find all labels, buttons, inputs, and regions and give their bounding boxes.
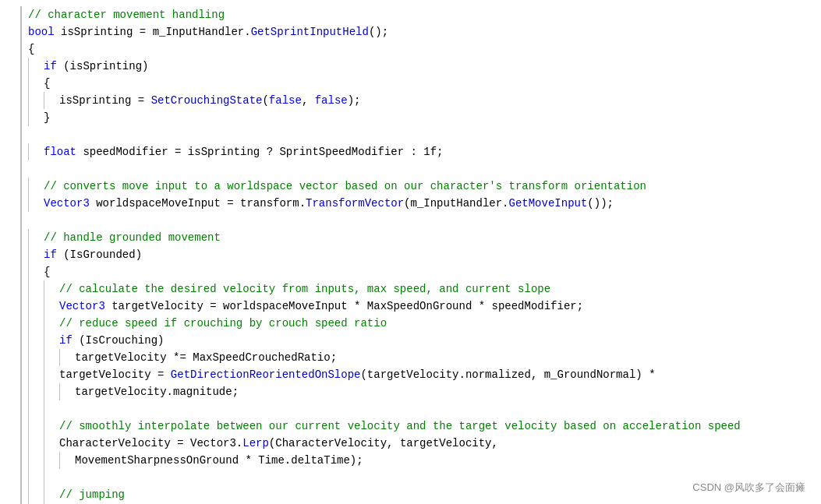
gutter <box>0 212 22 229</box>
code-body <box>22 212 821 229</box>
code-segment: targetVelocity = worldspaceMoveInput * M… <box>105 300 583 312</box>
indent-guide <box>28 418 29 435</box>
code-body: } <box>22 109 821 126</box>
gutter <box>0 349 22 366</box>
indent-guide <box>59 452 60 469</box>
code-text: // character movement handling <box>28 6 225 23</box>
code-segment: (m_InputHandler. <box>404 197 508 210</box>
indent-guide <box>28 452 29 469</box>
gutter <box>0 160 22 178</box>
code-segment: MovementSharpnessOnGround * Time.deltaTi… <box>75 454 363 467</box>
code-segment: ()); <box>587 197 614 210</box>
code-text: CharacterVelocity = Vector3.Lerp(Charact… <box>59 435 498 452</box>
code-text: // reduce speed if crouching by crouch s… <box>59 315 387 332</box>
code-text: targetVelocity.magnitude; <box>75 383 239 400</box>
gutter <box>0 178 22 195</box>
indent-guide <box>28 109 29 126</box>
code-body: float speedModifier = isSprinting ? Spri… <box>22 143 821 160</box>
code-body: // handle grounded movement <box>22 229 821 246</box>
gutter <box>0 126 22 143</box>
indent-guide <box>59 383 60 400</box>
gutter <box>0 383 22 400</box>
gutter <box>0 143 22 160</box>
code-text: targetVelocity *= MaxSpeedCrouchedRatio; <box>75 349 337 366</box>
indent-guide <box>28 400 29 418</box>
indent-guide <box>44 349 44 366</box>
code-line <box>0 400 821 418</box>
indent-guide <box>44 486 44 503</box>
indent-guide <box>44 418 44 435</box>
code-segment: targetVelocity *= MaxSpeedCrouchedRatio; <box>75 351 337 364</box>
code-body: bool isSprinting = m_InputHandler.GetSpr… <box>22 23 821 41</box>
code-segment: { <box>28 43 34 55</box>
code-segment: if <box>59 334 73 347</box>
indent-guide <box>28 469 29 486</box>
indent-guide <box>28 143 29 160</box>
code-segment: targetVelocity.magnitude; <box>75 386 239 398</box>
indent-guide <box>28 246 29 263</box>
gutter <box>0 400 22 418</box>
code-body: // calculate the desired velocity from i… <box>22 280 821 298</box>
code-line: Vector3 targetVelocity = worldspaceMoveI… <box>0 298 821 315</box>
code-segment: isSprinting = m_InputHandler. <box>55 26 251 38</box>
code-text: // calculate the desired velocity from i… <box>59 280 550 298</box>
gutter <box>0 195 22 212</box>
code-segment: Vector3 <box>59 300 105 312</box>
code-segment: // calculate the desired velocity from i… <box>59 283 550 295</box>
gutter <box>0 229 22 246</box>
indent-guide <box>44 366 44 383</box>
code-line: if (IsGrounded) <box>0 246 821 263</box>
code-body: if (isSprinting) <box>22 58 821 75</box>
code-line: // character movement handling <box>0 6 821 23</box>
code-segment: (IsGrounded) <box>57 248 142 261</box>
code-text <box>59 469 65 486</box>
code-body: // reduce speed if crouching by crouch s… <box>22 315 821 332</box>
code-line: Vector3 worldspaceMoveInput = transform.… <box>0 195 821 212</box>
code-line: isSprinting = SetCrouchingState(false, f… <box>0 92 821 109</box>
code-text: isSprinting = SetCrouchingState(false, f… <box>59 92 361 109</box>
gutter <box>0 366 22 383</box>
gutter <box>0 41 22 58</box>
gutter <box>0 6 22 23</box>
code-line: { <box>0 75 821 92</box>
indent-guide <box>44 400 44 418</box>
code-segment: (targetVelocity.normalized, m_GroundNorm… <box>360 368 655 381</box>
gutter <box>0 418 22 435</box>
code-line: targetVelocity = GetDirectionReorientedO… <box>0 366 821 383</box>
code-segment: if <box>44 248 57 261</box>
code-body <box>22 126 821 143</box>
code-segment: // converts move input to a worldspace v… <box>44 180 489 192</box>
indent-guide <box>28 349 29 366</box>
code-body: targetVelocity *= MaxSpeedCrouchedRatio; <box>22 349 821 366</box>
code-segment: TransformVector <box>306 197 404 210</box>
code-segment: (isSprinting) <box>57 60 149 72</box>
code-line: { <box>0 263 821 280</box>
indent-guide <box>28 75 29 92</box>
code-body <box>22 160 821 178</box>
code-line: bool isSprinting = m_InputHandler.GetSpr… <box>0 23 821 41</box>
code-body: targetVelocity = GetDirectionReorientedO… <box>22 366 821 383</box>
indent-guide <box>28 332 29 349</box>
indent-guide <box>44 280 44 298</box>
code-segment: if <box>44 60 57 72</box>
code-segment: bool <box>28 26 55 38</box>
gutter <box>0 92 22 109</box>
code-text: { <box>44 263 50 280</box>
code-segment: speedModifier = isSprinting ? SprintSpee… <box>76 146 443 158</box>
code-segment: targetVelocity = <box>59 368 171 381</box>
indent-guide <box>44 452 44 469</box>
indent-guide <box>44 92 44 109</box>
indent-guide <box>44 332 44 349</box>
indent-guide <box>28 263 29 280</box>
code-body: { <box>22 75 821 92</box>
code-line <box>0 126 821 143</box>
code-text: float speedModifier = isSprinting ? Spri… <box>44 143 444 160</box>
code-line <box>0 160 821 178</box>
code-text: // smoothly interpolate between our curr… <box>59 418 741 435</box>
code-segment: { <box>44 77 50 90</box>
code-segment: Vector3 <box>44 197 90 210</box>
indent-guide <box>28 229 29 246</box>
indent-guide <box>28 195 29 212</box>
indent-guide <box>28 178 29 195</box>
code-line: if (isSprinting) <box>0 58 821 75</box>
